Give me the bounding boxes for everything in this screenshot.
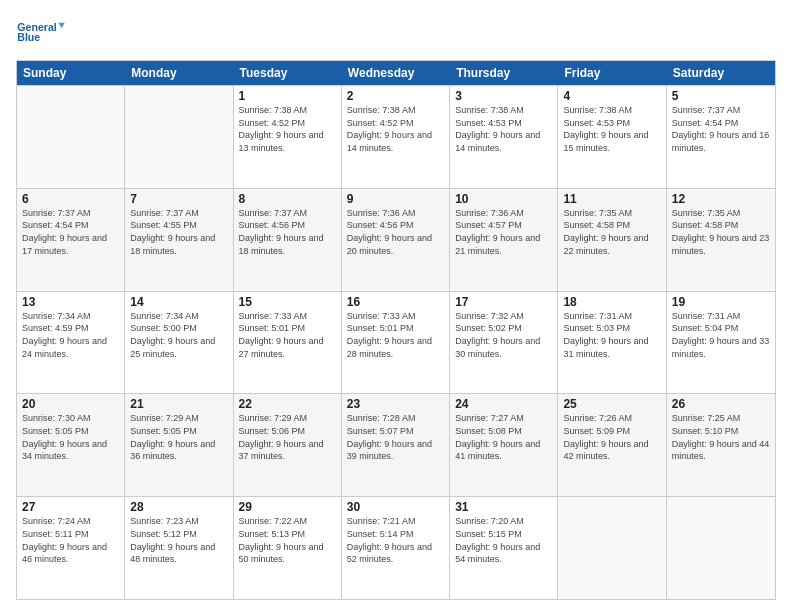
day-cell-20: 20 Sunrise: 7:30 AMSunset: 5:05 PMDaylig… — [17, 394, 125, 496]
day-number: 10 — [455, 192, 552, 206]
day-number: 25 — [563, 397, 660, 411]
day-cell-29: 29 Sunrise: 7:22 AMSunset: 5:13 PMDaylig… — [234, 497, 342, 599]
day-number: 1 — [239, 89, 336, 103]
week-row-3: 13 Sunrise: 7:34 AMSunset: 4:59 PMDaylig… — [17, 291, 775, 394]
cell-info: Sunrise: 7:27 AMSunset: 5:08 PMDaylight:… — [455, 413, 540, 461]
cell-info: Sunrise: 7:38 AMSunset: 4:52 PMDaylight:… — [347, 105, 432, 153]
day-number: 16 — [347, 295, 444, 309]
cell-info: Sunrise: 7:29 AMSunset: 5:05 PMDaylight:… — [130, 413, 215, 461]
day-cell-6: 6 Sunrise: 7:37 AMSunset: 4:54 PMDayligh… — [17, 189, 125, 291]
day-number: 28 — [130, 500, 227, 514]
week-row-4: 20 Sunrise: 7:30 AMSunset: 5:05 PMDaylig… — [17, 393, 775, 496]
day-cell-16: 16 Sunrise: 7:33 AMSunset: 5:01 PMDaylig… — [342, 292, 450, 394]
day-number: 21 — [130, 397, 227, 411]
day-cell-28: 28 Sunrise: 7:23 AMSunset: 5:12 PMDaylig… — [125, 497, 233, 599]
day-number: 8 — [239, 192, 336, 206]
day-cell-1: 1 Sunrise: 7:38 AMSunset: 4:52 PMDayligh… — [234, 86, 342, 188]
cell-info: Sunrise: 7:37 AMSunset: 4:55 PMDaylight:… — [130, 208, 215, 256]
cell-info: Sunrise: 7:26 AMSunset: 5:09 PMDaylight:… — [563, 413, 648, 461]
day-cell-18: 18 Sunrise: 7:31 AMSunset: 5:03 PMDaylig… — [558, 292, 666, 394]
day-number: 24 — [455, 397, 552, 411]
day-cell-5: 5 Sunrise: 7:37 AMSunset: 4:54 PMDayligh… — [667, 86, 775, 188]
day-number: 12 — [672, 192, 770, 206]
day-number: 20 — [22, 397, 119, 411]
cell-info: Sunrise: 7:38 AMSunset: 4:53 PMDaylight:… — [455, 105, 540, 153]
day-cell-31: 31 Sunrise: 7:20 AMSunset: 5:15 PMDaylig… — [450, 497, 558, 599]
day-number: 7 — [130, 192, 227, 206]
day-number: 15 — [239, 295, 336, 309]
day-number: 4 — [563, 89, 660, 103]
day-cell-15: 15 Sunrise: 7:33 AMSunset: 5:01 PMDaylig… — [234, 292, 342, 394]
day-number: 29 — [239, 500, 336, 514]
cell-info: Sunrise: 7:38 AMSunset: 4:53 PMDaylight:… — [563, 105, 648, 153]
day-number: 3 — [455, 89, 552, 103]
day-cell-17: 17 Sunrise: 7:32 AMSunset: 5:02 PMDaylig… — [450, 292, 558, 394]
empty-cell — [667, 497, 775, 599]
day-number: 2 — [347, 89, 444, 103]
day-number: 31 — [455, 500, 552, 514]
day-cell-27: 27 Sunrise: 7:24 AMSunset: 5:11 PMDaylig… — [17, 497, 125, 599]
day-number: 26 — [672, 397, 770, 411]
day-cell-21: 21 Sunrise: 7:29 AMSunset: 5:05 PMDaylig… — [125, 394, 233, 496]
cell-info: Sunrise: 7:20 AMSunset: 5:15 PMDaylight:… — [455, 516, 540, 564]
day-number: 19 — [672, 295, 770, 309]
day-number: 6 — [22, 192, 119, 206]
day-cell-30: 30 Sunrise: 7:21 AMSunset: 5:14 PMDaylig… — [342, 497, 450, 599]
cell-info: Sunrise: 7:37 AMSunset: 4:56 PMDaylight:… — [239, 208, 324, 256]
day-header-saturday: Saturday — [667, 61, 775, 85]
day-cell-23: 23 Sunrise: 7:28 AMSunset: 5:07 PMDaylig… — [342, 394, 450, 496]
logo: General Blue — [16, 12, 66, 52]
day-cell-3: 3 Sunrise: 7:38 AMSunset: 4:53 PMDayligh… — [450, 86, 558, 188]
cell-info: Sunrise: 7:23 AMSunset: 5:12 PMDaylight:… — [130, 516, 215, 564]
calendar-body: 1 Sunrise: 7:38 AMSunset: 4:52 PMDayligh… — [17, 85, 775, 599]
cell-info: Sunrise: 7:31 AMSunset: 5:04 PMDaylight:… — [672, 311, 770, 359]
day-number: 14 — [130, 295, 227, 309]
empty-cell — [125, 86, 233, 188]
cell-info: Sunrise: 7:29 AMSunset: 5:06 PMDaylight:… — [239, 413, 324, 461]
day-cell-14: 14 Sunrise: 7:34 AMSunset: 5:00 PMDaylig… — [125, 292, 233, 394]
week-row-5: 27 Sunrise: 7:24 AMSunset: 5:11 PMDaylig… — [17, 496, 775, 599]
day-cell-2: 2 Sunrise: 7:38 AMSunset: 4:52 PMDayligh… — [342, 86, 450, 188]
day-cell-8: 8 Sunrise: 7:37 AMSunset: 4:56 PMDayligh… — [234, 189, 342, 291]
calendar: SundayMondayTuesdayWednesdayThursdayFrid… — [16, 60, 776, 600]
calendar-header: SundayMondayTuesdayWednesdayThursdayFrid… — [17, 61, 775, 85]
day-cell-25: 25 Sunrise: 7:26 AMSunset: 5:09 PMDaylig… — [558, 394, 666, 496]
day-number: 9 — [347, 192, 444, 206]
day-header-friday: Friday — [558, 61, 666, 85]
day-cell-22: 22 Sunrise: 7:29 AMSunset: 5:06 PMDaylig… — [234, 394, 342, 496]
day-number: 13 — [22, 295, 119, 309]
day-header-tuesday: Tuesday — [234, 61, 342, 85]
cell-info: Sunrise: 7:34 AMSunset: 5:00 PMDaylight:… — [130, 311, 215, 359]
cell-info: Sunrise: 7:35 AMSunset: 4:58 PMDaylight:… — [563, 208, 648, 256]
day-cell-10: 10 Sunrise: 7:36 AMSunset: 4:57 PMDaylig… — [450, 189, 558, 291]
day-number: 18 — [563, 295, 660, 309]
cell-info: Sunrise: 7:33 AMSunset: 5:01 PMDaylight:… — [239, 311, 324, 359]
day-number: 23 — [347, 397, 444, 411]
day-header-thursday: Thursday — [450, 61, 558, 85]
empty-cell — [558, 497, 666, 599]
day-header-sunday: Sunday — [17, 61, 125, 85]
page: General Blue SundayMondayTuesdayWednesda… — [0, 0, 792, 612]
cell-info: Sunrise: 7:32 AMSunset: 5:02 PMDaylight:… — [455, 311, 540, 359]
day-cell-4: 4 Sunrise: 7:38 AMSunset: 4:53 PMDayligh… — [558, 86, 666, 188]
day-cell-26: 26 Sunrise: 7:25 AMSunset: 5:10 PMDaylig… — [667, 394, 775, 496]
header: General Blue — [16, 12, 776, 52]
day-number: 27 — [22, 500, 119, 514]
logo-svg: General Blue — [16, 12, 66, 52]
cell-info: Sunrise: 7:24 AMSunset: 5:11 PMDaylight:… — [22, 516, 107, 564]
cell-info: Sunrise: 7:22 AMSunset: 5:13 PMDaylight:… — [239, 516, 324, 564]
cell-info: Sunrise: 7:28 AMSunset: 5:07 PMDaylight:… — [347, 413, 432, 461]
day-cell-12: 12 Sunrise: 7:35 AMSunset: 4:58 PMDaylig… — [667, 189, 775, 291]
cell-info: Sunrise: 7:35 AMSunset: 4:58 PMDaylight:… — [672, 208, 770, 256]
cell-info: Sunrise: 7:36 AMSunset: 4:56 PMDaylight:… — [347, 208, 432, 256]
cell-info: Sunrise: 7:31 AMSunset: 5:03 PMDaylight:… — [563, 311, 648, 359]
day-cell-9: 9 Sunrise: 7:36 AMSunset: 4:56 PMDayligh… — [342, 189, 450, 291]
day-number: 30 — [347, 500, 444, 514]
day-cell-7: 7 Sunrise: 7:37 AMSunset: 4:55 PMDayligh… — [125, 189, 233, 291]
cell-info: Sunrise: 7:36 AMSunset: 4:57 PMDaylight:… — [455, 208, 540, 256]
svg-marker-2 — [59, 23, 65, 29]
day-cell-11: 11 Sunrise: 7:35 AMSunset: 4:58 PMDaylig… — [558, 189, 666, 291]
cell-info: Sunrise: 7:25 AMSunset: 5:10 PMDaylight:… — [672, 413, 770, 461]
cell-info: Sunrise: 7:34 AMSunset: 4:59 PMDaylight:… — [22, 311, 107, 359]
cell-info: Sunrise: 7:33 AMSunset: 5:01 PMDaylight:… — [347, 311, 432, 359]
